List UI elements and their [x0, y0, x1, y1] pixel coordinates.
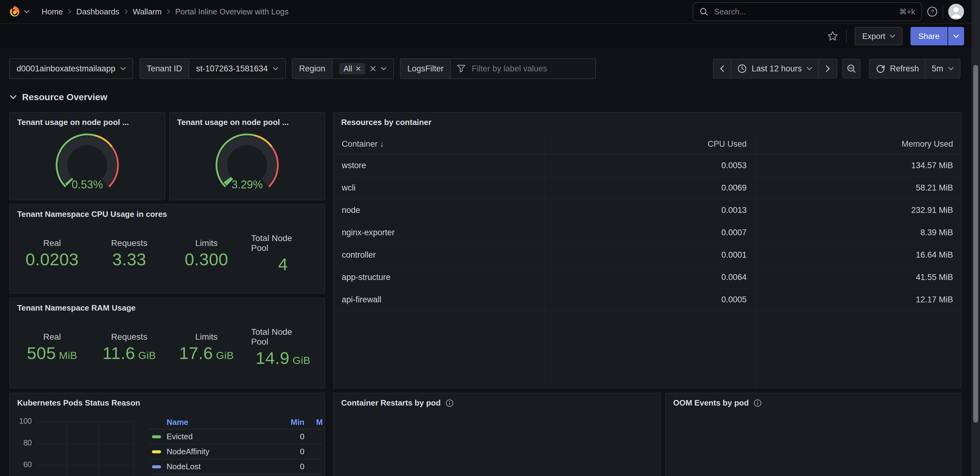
- stat-total-node-pool: Total Node Pool14.9GiB: [245, 327, 321, 367]
- cell-container-name: wcli: [334, 183, 544, 193]
- gauge-chart: 0.53%: [35, 128, 139, 196]
- panel-title-text: Container Restarts by pod: [341, 398, 441, 408]
- legend-series-name[interactable]: Evicted: [150, 432, 270, 441]
- refresh-interval-dropdown[interactable]: 5m: [926, 59, 960, 78]
- stat-label: Real: [13, 238, 91, 248]
- info-icon[interactable]: [754, 399, 762, 407]
- stat-label: Real: [13, 332, 91, 342]
- stat-value: 17.6GiB: [168, 344, 245, 362]
- stat-value: 4: [245, 255, 321, 274]
- variable-region-dropdown[interactable]: Region All: [292, 58, 394, 79]
- stat-real: Real505MiB: [13, 332, 91, 362]
- legend-series-name[interactable]: NodeLost: [150, 462, 270, 471]
- cell-value: 0.0053: [544, 161, 755, 170]
- breadcrumb-dashboards[interactable]: Dashboards: [76, 7, 119, 16]
- resources-table: Container ↓CPU UsedMemory Used wstore0.0…: [334, 134, 961, 311]
- panel-gauge-node-pool-2: Tenant usage on node pool ... 3.29%: [169, 112, 325, 200]
- panel-title[interactable]: Tenant usage on node pool ...: [10, 113, 165, 127]
- share-button[interactable]: Share: [910, 27, 948, 45]
- ram-stats-row: Real505MiBRequests11.6GiBLimits17.6GiBTo…: [10, 314, 325, 380]
- scrollbar-track[interactable]: [971, 0, 980, 476]
- region-chip-all[interactable]: All: [339, 63, 365, 75]
- svg-text:?: ?: [931, 9, 934, 15]
- export-button[interactable]: Export: [855, 27, 902, 45]
- y-axis-tick: 100: [12, 417, 32, 425]
- cell-value: 12.17 MiB: [755, 295, 961, 304]
- cell-value: 16.64 MiB: [755, 250, 961, 260]
- panel-title-text: OOM Events by pod: [673, 398, 749, 408]
- remove-chip-icon[interactable]: [356, 66, 361, 71]
- panel-title[interactable]: Resources by container: [334, 113, 961, 127]
- table-row: node0.0013232.91 MiB: [334, 199, 961, 222]
- help-button[interactable]: ?: [927, 6, 938, 17]
- table-col-header[interactable]: Memory Used: [755, 139, 961, 149]
- variable-region-label: Region: [293, 59, 333, 78]
- clock-icon: [737, 64, 747, 73]
- legend-min-value: 0: [270, 447, 304, 456]
- panel-title[interactable]: Tenant Namespace RAM Usage: [10, 298, 325, 313]
- table-col-header[interactable]: Container ↓: [334, 139, 544, 149]
- variable-tenant-dropdown[interactable]: Tenant ID st-107263-1581634: [139, 58, 286, 79]
- breadcrumb-home[interactable]: Home: [41, 7, 63, 16]
- cell-value: 58.21 MiB: [755, 183, 961, 193]
- panel-title[interactable]: Kubernetes Pods Status Reason: [10, 393, 325, 408]
- legend-row: NodeAffinity0: [150, 444, 323, 460]
- table-column-divider: [544, 135, 545, 388]
- cell-value: 0.0005: [544, 295, 755, 304]
- section-row-resource-overview[interactable]: Resource Overview: [0, 79, 980, 102]
- stat-value: 11.6GiB: [91, 344, 168, 362]
- top-nav: Home Dashboards Wallarm Portal Inline Ov…: [0, 0, 980, 24]
- panel-title[interactable]: Container Restarts by pod: [334, 393, 660, 408]
- legend-col-header[interactable]: M: [304, 417, 323, 427]
- table-col-header[interactable]: CPU Used: [544, 139, 755, 149]
- scrollbar-thumb[interactable]: [973, 65, 978, 423]
- variable-logsfilter: LogsFilter: [400, 58, 596, 79]
- breadcrumb-folder[interactable]: Wallarm: [133, 7, 162, 16]
- legend-col-header[interactable]: Min: [270, 417, 304, 427]
- refresh-label: Refresh: [890, 64, 919, 73]
- logsfilter-input[interactable]: [470, 64, 589, 74]
- search-box[interactable]: ⌘+k: [693, 2, 922, 21]
- search-shortcut: ⌘+k: [899, 7, 915, 16]
- refresh-button[interactable]: Refresh: [869, 59, 926, 78]
- org-menu-button[interactable]: [8, 5, 29, 18]
- time-range-picker[interactable]: Last 12 hours: [731, 59, 819, 78]
- search-icon: [700, 7, 708, 16]
- avatar[interactable]: [948, 4, 964, 20]
- pods-legend: NameMinM Evicted0NodeAffinity0NodeLost0: [150, 416, 323, 474]
- chevron-down-icon: [120, 67, 126, 70]
- table-column-divider: [755, 135, 756, 388]
- share-options-button[interactable]: [948, 27, 964, 45]
- table-header-row: Container ↓CPU UsedMemory Used: [334, 134, 961, 155]
- stat-label: Requests: [91, 238, 168, 248]
- chevron-right-icon: [826, 65, 830, 72]
- controls-row: d0001ainboxatestmailaapp Tenant ID st-10…: [0, 48, 980, 79]
- clear-region-icon[interactable]: [370, 65, 376, 72]
- time-shift-forward-button[interactable]: [819, 59, 837, 78]
- stat-value: 0.0203: [13, 251, 91, 269]
- cell-value: 8.39 MiB: [755, 228, 961, 237]
- chevron-right-icon: [124, 9, 128, 14]
- legend-series-name[interactable]: NodeAffinity: [150, 447, 270, 456]
- search-input[interactable]: [713, 6, 894, 17]
- panel-title[interactable]: Tenant usage on node pool ...: [170, 113, 325, 127]
- stat-label: Requests: [91, 332, 168, 342]
- region-chip-label: All: [344, 64, 352, 73]
- cell-container-name: wstore: [334, 161, 544, 170]
- variable-app-dropdown[interactable]: d0001ainboxatestmailaapp: [9, 58, 133, 79]
- panel-title[interactable]: Tenant Namespace CPU Usage in cores: [10, 205, 325, 219]
- grafana-dashboard: Home Dashboards Wallarm Portal Inline Ov…: [0, 0, 980, 476]
- variable-tenant-value: st-107263-1581634: [196, 64, 268, 73]
- panel-title[interactable]: OOM Events by pod: [666, 393, 961, 408]
- gauge-chart: 3.29%: [195, 128, 299, 196]
- table-row: controller0.000116.64 MiB: [334, 244, 961, 266]
- time-shift-back-button[interactable]: [713, 59, 731, 78]
- cell-container-name: app-structure: [334, 272, 544, 282]
- table-row: wstore0.0053134.57 MiB: [334, 155, 961, 177]
- star-button[interactable]: [827, 31, 838, 41]
- cell-container-name: api-firewall: [334, 295, 544, 304]
- zoom-out-button[interactable]: [842, 59, 861, 78]
- info-icon[interactable]: [445, 399, 453, 407]
- panel-resources-by-container: Resources by container Container ↓CPU Us…: [333, 112, 962, 388]
- legend-col-header[interactable]: Name: [150, 417, 270, 427]
